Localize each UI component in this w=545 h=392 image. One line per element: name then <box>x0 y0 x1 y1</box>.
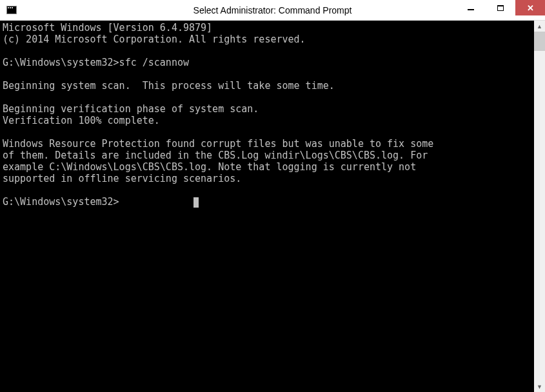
titlebar[interactable]: Select Administrator: Command Prompt ✕ <box>0 0 545 21</box>
console-area: Microsoft Windows [Version 6.4.9879](c) … <box>0 21 545 392</box>
output-line: Beginning verification phase of system s… <box>3 103 531 115</box>
cursor <box>193 197 199 208</box>
output-line: Windows Resource Protection found corrup… <box>3 138 531 150</box>
scroll-track[interactable] <box>534 32 545 381</box>
minimize-button[interactable] <box>456 0 486 15</box>
output-line: Beginning system scan. This process will… <box>3 80 531 92</box>
output-line <box>3 92 531 103</box>
scroll-thumb[interactable] <box>534 32 545 51</box>
command-prompt-window: Select Administrator: Command Prompt ✕ M… <box>0 0 545 392</box>
output-line: G:\Windows\system32>sfc /scannow <box>3 57 531 68</box>
output-line: example C:\Windows\Logs\CBS\CBS.log. Not… <box>3 161 531 173</box>
output-line: Verification 100% complete. <box>3 115 531 126</box>
minimize-icon <box>468 9 474 10</box>
scroll-down-button[interactable]: ▼ <box>534 381 545 392</box>
output-line: supported in offline servicing scenarios… <box>3 173 531 184</box>
output-line <box>3 126 531 138</box>
output-line <box>3 184 531 196</box>
window-title: Select Administrator: Command Prompt <box>193 5 352 15</box>
maximize-button[interactable] <box>486 0 515 15</box>
cmd-icon <box>6 6 17 14</box>
scroll-up-button[interactable]: ▲ <box>534 21 545 32</box>
prompt-text: G:\Windows\system32> <box>3 196 119 208</box>
vertical-scrollbar[interactable]: ▲ ▼ <box>534 21 545 392</box>
console-output[interactable]: Microsoft Windows [Version 6.4.9879](c) … <box>0 21 534 392</box>
window-controls: ✕ <box>456 0 545 20</box>
prompt-line: G:\Windows\system32> <box>3 196 531 208</box>
output-line: (c) 2014 Microsoft Corporation. All righ… <box>3 34 531 45</box>
output-line: Microsoft Windows [Version 6.4.9879] <box>3 22 531 34</box>
output-line <box>3 68 531 80</box>
output-line <box>3 45 531 57</box>
output-line: of them. Details are included in the CBS… <box>3 150 531 161</box>
close-button[interactable]: ✕ <box>515 0 545 15</box>
maximize-icon <box>497 5 504 11</box>
close-icon: ✕ <box>527 4 534 12</box>
